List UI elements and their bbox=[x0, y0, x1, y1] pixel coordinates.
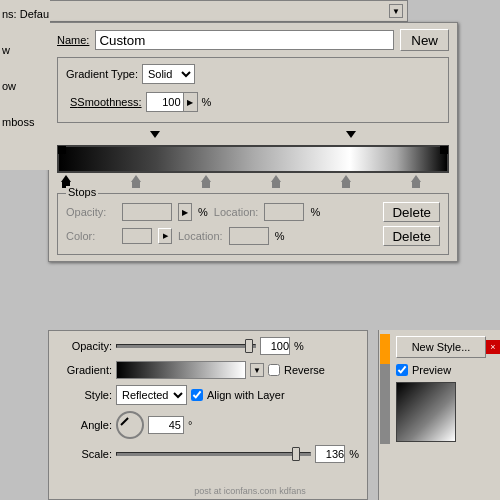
color-swatch-5 bbox=[342, 182, 350, 188]
opacity-stop-row: Opacity: ▶ % Location: % Delete bbox=[66, 202, 440, 222]
preview-checkbox[interactable] bbox=[396, 364, 408, 376]
color-stop-6[interactable] bbox=[411, 175, 421, 189]
opacity-stop-input[interactable] bbox=[122, 203, 172, 221]
color-arrow-4 bbox=[271, 175, 281, 182]
gradient-editor-panel: Name: New Gradient Type: Solid Noise SSm… bbox=[48, 22, 458, 262]
bottom-gradient-row: Gradient: ▼ Reverse bbox=[57, 361, 359, 379]
left-label-4: mboss bbox=[0, 116, 50, 128]
opacity-arrow-right bbox=[346, 131, 356, 138]
opacity-location-label: Location: bbox=[214, 206, 259, 218]
gradient-thumbnail[interactable] bbox=[116, 361, 246, 379]
bottom-opacity-input[interactable] bbox=[260, 337, 290, 355]
opacity-stop-right[interactable] bbox=[346, 131, 356, 143]
new-style-button[interactable]: New Style... bbox=[396, 336, 486, 358]
color-stop-5[interactable] bbox=[341, 175, 351, 189]
color-stop-row: Color: ▶ Location: % Delete bbox=[66, 226, 440, 246]
name-input[interactable] bbox=[95, 30, 394, 50]
color-arrow-1 bbox=[61, 175, 71, 182]
smoothness-label: SSmoothness: bbox=[70, 96, 142, 108]
color-stop-2[interactable] bbox=[131, 175, 141, 189]
watermark: post at iconfans.com kdfans bbox=[194, 486, 306, 496]
left-panel-labels: ns: Defau w ow mboss bbox=[0, 0, 50, 170]
color-stop-4[interactable] bbox=[271, 175, 281, 189]
opacity-location-unit: % bbox=[310, 206, 320, 218]
gradient-bar[interactable] bbox=[57, 145, 449, 173]
color-stop-label: Color: bbox=[66, 230, 116, 242]
angle-input[interactable] bbox=[148, 416, 184, 434]
angle-unit: ° bbox=[188, 419, 192, 431]
gradient-preview bbox=[59, 147, 447, 171]
color-location-input[interactable] bbox=[229, 227, 269, 245]
gradient-type-group: Gradient Type: Solid Noise SSmoothness: … bbox=[57, 57, 449, 123]
align-layer-label: Align with Layer bbox=[207, 389, 285, 401]
name-label: Name: bbox=[57, 34, 89, 46]
stops-group: Stops Opacity: ▶ % Location: % Delete Co… bbox=[57, 193, 449, 255]
scale-unit: % bbox=[349, 448, 359, 460]
opacity-arrow-left bbox=[150, 131, 160, 138]
opacity-stop-unit: % bbox=[198, 206, 208, 218]
color-stop-3[interactable] bbox=[201, 175, 211, 189]
reverse-checkbox[interactable] bbox=[268, 364, 280, 376]
scroll-indicator bbox=[378, 330, 390, 500]
scale-input[interactable] bbox=[315, 445, 345, 463]
preview-label: Preview bbox=[412, 364, 451, 376]
color-swatch-4 bbox=[272, 182, 280, 188]
right-panel: New Style... Preview bbox=[390, 330, 500, 500]
color-swatch-2 bbox=[132, 182, 140, 188]
color-location-unit: % bbox=[275, 230, 285, 242]
opacity-location-input[interactable] bbox=[264, 203, 304, 221]
bottom-opacity-row: Opacity: % bbox=[57, 337, 359, 355]
bottom-angle-row: Angle: ° bbox=[57, 411, 359, 439]
bottom-gradient-label: Gradient: bbox=[57, 364, 112, 376]
left-label-3: ow bbox=[0, 80, 50, 92]
color-stops-row bbox=[57, 173, 449, 189]
angle-dial[interactable] bbox=[116, 411, 144, 439]
close-x-button[interactable]: × bbox=[486, 340, 500, 354]
scroll-segment-orange bbox=[380, 334, 390, 364]
bottom-style-select[interactable]: Reflected Linear Radial Angle Diamond bbox=[116, 385, 187, 405]
preview-row: Preview bbox=[396, 364, 451, 376]
color-arrow-3 bbox=[201, 175, 211, 182]
smoothness-stepper[interactable]: ▶ bbox=[146, 92, 198, 112]
opacity-delete-button[interactable]: Delete bbox=[383, 202, 440, 222]
dropdown-arrow-button[interactable]: ▼ bbox=[389, 4, 403, 18]
gradient-type-select[interactable]: Solid Noise bbox=[142, 64, 195, 84]
new-button[interactable]: New bbox=[400, 29, 449, 51]
smoothness-increment-button[interactable]: ▶ bbox=[183, 93, 197, 111]
gradient-dropdown-arrow[interactable]: ▼ bbox=[250, 363, 264, 377]
color-location-label: Location: bbox=[178, 230, 223, 242]
color-swatch-arrow[interactable]: ▶ bbox=[158, 228, 172, 244]
bottom-scale-row: Scale: % bbox=[57, 445, 359, 463]
reverse-label: Reverse bbox=[284, 364, 325, 376]
gradient-type-row: Gradient Type: Solid Noise bbox=[66, 64, 440, 84]
color-arrow-2 bbox=[131, 175, 141, 182]
center-bottom-panel: Opacity: % Gradient: ▼ Reverse Style: Re… bbox=[48, 330, 368, 500]
bottom-opacity-slider[interactable] bbox=[116, 344, 256, 348]
stops-group-label: Stops bbox=[66, 186, 98, 198]
bottom-opacity-label: Opacity: bbox=[57, 340, 112, 352]
bottom-style-label: Style: bbox=[57, 389, 112, 401]
corner-handle-top-left bbox=[58, 146, 66, 154]
opacity-stops-row bbox=[57, 129, 449, 145]
corner-handle-top-right bbox=[440, 146, 448, 154]
smoothness-unit: % bbox=[202, 96, 212, 108]
color-arrow-6 bbox=[411, 175, 421, 182]
opacity-stop-left[interactable] bbox=[150, 131, 160, 143]
opacity-stop-arrow[interactable]: ▶ bbox=[178, 203, 192, 221]
bottom-scale-label: Scale: bbox=[57, 448, 112, 460]
top-strip-bar: ▼ bbox=[48, 0, 408, 22]
smoothness-row: SSmoothness: ▶ % bbox=[66, 90, 440, 116]
preview-thumbnail bbox=[396, 382, 456, 442]
scale-slider[interactable] bbox=[116, 452, 311, 456]
align-layer-checkbox[interactable] bbox=[191, 389, 203, 401]
color-delete-button[interactable]: Delete bbox=[383, 226, 440, 246]
scale-thumb[interactable] bbox=[292, 447, 300, 461]
left-label-2: w bbox=[0, 44, 50, 56]
color-stop-swatch[interactable] bbox=[122, 228, 152, 244]
scroll-segment-gray bbox=[380, 364, 390, 444]
smoothness-input[interactable] bbox=[147, 93, 183, 111]
bottom-opacity-thumb[interactable] bbox=[245, 339, 253, 353]
gradient-type-label: Gradient Type: bbox=[66, 68, 138, 80]
color-swatch-6 bbox=[412, 182, 420, 188]
bottom-angle-label: Angle: bbox=[57, 419, 112, 431]
